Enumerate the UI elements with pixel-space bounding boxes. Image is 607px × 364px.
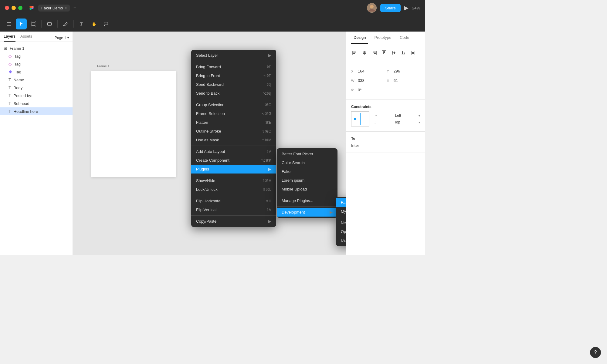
menu-item-bring-to-front[interactable]: Bring to Front ⌥⌘]	[191, 71, 276, 80]
shortcut-label: ⌥⌘K	[261, 158, 271, 163]
layer-item-subhead[interactable]: T Subhead	[0, 99, 73, 107]
menu-item-flip-vertical[interactable]: Flip Vertical ⇧V	[191, 205, 276, 214]
canvas[interactable]: Frame 1 Select Layer ▶ Bring Forward ⌘] …	[73, 32, 346, 255]
constraint-h-value[interactable]: Left	[395, 113, 401, 118]
share-button[interactable]: Share	[380, 4, 401, 12]
layer-item-body[interactable]: T Body	[0, 84, 73, 92]
constraint-v-value[interactable]: Top	[394, 120, 400, 124]
shortcut-label: ⇧⌘O	[262, 129, 271, 133]
submenu-item-development[interactable]: Development ▶	[277, 208, 337, 217]
menu-item-label: Send to Back	[196, 91, 219, 96]
rectangle-tool[interactable]	[44, 19, 55, 29]
y-value[interactable]: 296	[394, 69, 420, 73]
menu-item-label: Create Component	[196, 158, 229, 163]
layer-item-name[interactable]: T Name	[0, 76, 73, 84]
menu-item-lock-unlock[interactable]: Lock/Unlock ⇧⌘L	[191, 185, 276, 194]
menu-item-send-to-back[interactable]: Send to Back ⌥⌘[	[191, 89, 276, 98]
page-selector[interactable]: Page 1 ▾	[55, 36, 69, 40]
active-tab[interactable]: Faker Demo ×	[38, 5, 70, 12]
frame-tool[interactable]	[28, 19, 39, 29]
dev-submenu-item-faker[interactable]: Faker	[336, 198, 346, 207]
align-center-h-button[interactable]	[361, 49, 368, 56]
minimize-button[interactable]	[12, 6, 16, 10]
menu-item-send-backward[interactable]: Send Backward ⌘[	[191, 80, 276, 89]
svg-rect-28	[394, 52, 395, 54]
menu-item-label: Show/Hide	[196, 178, 215, 183]
menu-item-show-hide[interactable]: Show/Hide ⇧⌘H	[191, 176, 276, 185]
submenu-item-color-search[interactable]: Color Search	[277, 158, 337, 167]
layer-label: Tag	[14, 62, 21, 66]
font-name[interactable]: Inter	[351, 143, 420, 148]
layer-item-tag2[interactable]: ◇ Tag	[0, 60, 73, 68]
constraint-visual	[351, 111, 369, 126]
menu-item-label: Outline Stroke	[196, 129, 221, 133]
layer-item-tag3[interactable]: ❖ Tag	[0, 68, 73, 76]
tool-separator-1	[41, 20, 42, 28]
select-tool[interactable]	[16, 19, 27, 29]
submenu-item-manage-plugins[interactable]: Manage Plugins...	[277, 196, 337, 205]
submenu-item-better-font-picker[interactable]: Better Font Picker	[277, 150, 337, 158]
align-bottom-button[interactable]	[400, 49, 407, 56]
dev-submenu-item-my-new-plugin[interactable]: My New Plugin	[336, 207, 346, 216]
menu-item-select-layer[interactable]: Select Layer ▶	[191, 51, 276, 60]
submenu-item-label: Better Font Picker	[282, 152, 313, 156]
menu-item-add-auto-layout[interactable]: Add Auto Layout ⇧A	[191, 147, 276, 156]
dev-submenu-item-open-console[interactable]: Open Console	[336, 227, 346, 236]
submenu-item-label: Manage Plugins...	[282, 198, 313, 203]
align-top-button[interactable]	[380, 49, 388, 56]
rotation-value[interactable]: 0°	[358, 88, 420, 92]
w-value[interactable]: 338	[358, 78, 385, 83]
arrow-icon: ▶	[268, 167, 271, 171]
menu-item-copy-paste[interactable]: Copy/Paste ▶	[191, 217, 276, 226]
text-tool[interactable]: T	[76, 19, 87, 29]
svg-rect-22	[374, 53, 376, 54]
layer-item-frame[interactable]: ⊞ Frame 1	[0, 44, 73, 52]
chevron-down-icon[interactable]: ▾	[419, 114, 420, 117]
tab-design[interactable]: Design	[351, 32, 368, 44]
tab-assets[interactable]: Assets	[20, 34, 32, 42]
menu-item-outline-stroke[interactable]: Outline Stroke ⇧⌘O	[191, 127, 276, 136]
svg-line-6	[31, 21, 32, 22]
rotation-property: ⟳ 0°	[351, 88, 420, 92]
svg-rect-30	[402, 51, 403, 54]
menu-item-frame-selection[interactable]: Frame Selection ⌥⌘G	[191, 109, 276, 118]
add-tab-button[interactable]: +	[73, 5, 76, 11]
pen-tool[interactable]	[60, 19, 71, 29]
distribute-button[interactable]	[409, 49, 417, 56]
tab-code[interactable]: Code	[397, 32, 412, 44]
hand-tool[interactable]: ✋	[88, 19, 99, 29]
menu-item-flip-horizontal[interactable]: Flip Horizontal ⇧H	[191, 197, 276, 205]
menu-item-use-as-mask[interactable]: Use as Mask ⌃⌘M	[191, 136, 276, 144]
dev-submenu-item-new-plugin[interactable]: New Plugin...	[336, 218, 346, 227]
menu-item-create-component[interactable]: Create Component ⌥⌘K	[191, 156, 276, 165]
menu-item-bring-forward[interactable]: Bring Forward ⌘]	[191, 62, 276, 71]
submenu-item-lorem-ipsum[interactable]: Lorem ipsum	[277, 176, 337, 185]
fullscreen-button[interactable]	[18, 6, 22, 10]
submenu-item-faker[interactable]: Faker	[277, 167, 337, 176]
tab-layers[interactable]: Layers	[4, 34, 15, 42]
h-value[interactable]: 61	[394, 78, 420, 83]
constraint-h-row: ↔ Left ▾	[374, 113, 420, 118]
tab-close-icon[interactable]: ×	[65, 6, 67, 10]
align-right-button[interactable]	[371, 49, 378, 56]
align-middle-v-button[interactable]	[390, 49, 397, 56]
tab-prototype[interactable]: Prototype	[372, 32, 394, 44]
align-left-button[interactable]	[351, 49, 358, 56]
svg-rect-24	[383, 51, 384, 54]
close-button[interactable]	[5, 6, 9, 10]
comment-tool[interactable]	[100, 19, 111, 29]
menu-item-label: Flip Vertical	[196, 207, 216, 212]
play-button[interactable]: ▶	[404, 5, 409, 11]
submenu-item-mobile-upload[interactable]: Mobile Upload	[277, 185, 337, 194]
dev-submenu-item-developer-vm[interactable]: Use Developer VM	[336, 236, 346, 245]
menu-item-flatten[interactable]: Flatten ⌘E	[191, 118, 276, 127]
menu-item-group[interactable]: Group Selection ⌘G	[191, 100, 276, 109]
left-panel: Layers Assets Page 1 ▾ ⊞ Frame 1 ◇ Tag ◇…	[0, 32, 73, 255]
layer-item-posted[interactable]: T Posted by:	[0, 92, 73, 99]
layer-item-tag1[interactable]: ◇ Tag	[0, 52, 73, 60]
chevron-down-icon[interactable]: ▾	[419, 121, 420, 124]
menu-button[interactable]	[4, 19, 15, 29]
x-value[interactable]: 164	[358, 69, 385, 73]
menu-item-plugins[interactable]: Plugins ▶	[191, 165, 276, 174]
layer-item-headline[interactable]: T Headline here	[0, 107, 73, 115]
